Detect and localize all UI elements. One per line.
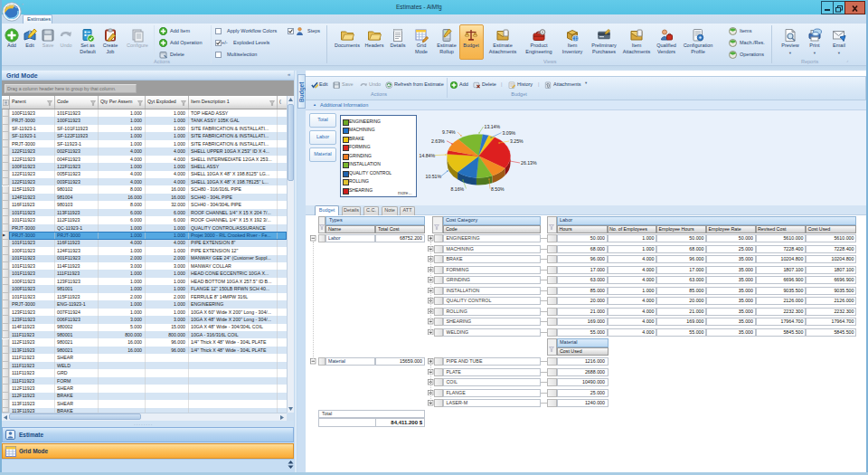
svg-text:8.16%: 8.16% [451,186,465,192]
svg-text:3.09%: 3.09% [503,130,516,136]
svg-text:10.51%: 10.51% [426,174,442,179]
svg-text:13.14%: 13.14% [485,124,501,129]
svg-text:8.50%: 8.50% [491,186,505,192]
svg-text:9.74%: 9.74% [442,129,456,135]
svg-text:14.84%: 14.84% [420,153,436,158]
svg-text:2.63%: 2.63% [431,138,445,144]
svg-text:Budget: Budget [298,81,306,102]
svg-text:3.25%: 3.25% [510,138,524,144]
svg-text:26.13%: 26.13% [521,160,537,166]
